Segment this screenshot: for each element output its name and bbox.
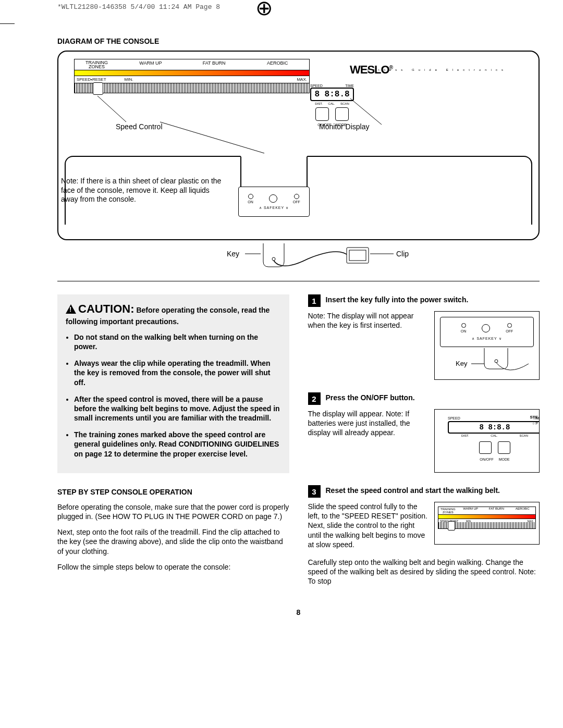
section-title-operation: STEP BY STEP CONSOLE OPERATION <box>57 488 289 496</box>
step-number: 1 <box>308 294 321 307</box>
caution-item: Always wear the clip while operating the… <box>74 359 281 387</box>
intro-para: Follow the simple steps below to operate… <box>57 562 289 572</box>
step-3: 3 Reset the speed control and start the … <box>308 485 540 586</box>
caution-box: CAUTION: Before operating the console, r… <box>57 294 289 473</box>
console-diagram: TRAINING ZONES WARM UP FAT BURN AEROBIC … <box>57 51 540 240</box>
safekey-switch: ON OFF ∧ SAFEKEY ∨ <box>238 187 310 217</box>
step-number: 2 <box>308 392 321 405</box>
callout-key: Key <box>227 250 239 258</box>
figure-step2: SPEEDTIME 8 8:8.8 DIST.CAL.SCAN <box>434 409 540 473</box>
step-body: Note: The display will not appear when t… <box>308 311 429 380</box>
section-title-diagram: DIAGRAM OF THE CONSOLE <box>57 37 540 45</box>
callout-clip: Clip <box>396 250 409 258</box>
intro-para: Next, step onto the foot rails of the tr… <box>57 527 289 556</box>
step-number: 3 <box>308 485 321 498</box>
print-slug: *WLTL21280-146358 5/4/00 11:24 AM Page 8 <box>57 0 540 27</box>
mode-button <box>335 107 349 121</box>
caution-item: The training zones marked above the spee… <box>74 430 281 459</box>
zone-fatburn: FAT BURN <box>182 59 246 70</box>
step-2: 2 Press the ON/OFF button. The display w… <box>308 392 540 473</box>
lcd: 8 8:8.8 <box>310 88 354 101</box>
step3-body2: Carefully step onto the walking belt and… <box>308 558 540 586</box>
console-note: Note: If there is a thin sheet of clear … <box>61 177 223 204</box>
caution-heading: CAUTION: <box>78 302 134 315</box>
figure-step1: ON OFF ∧ SAFEKEY ∨ Key <box>434 311 540 380</box>
intro-para: Before operating the console, make sure … <box>57 502 289 521</box>
step-body: The display will appear. Note: If batter… <box>308 409 429 473</box>
step-title: Insert the key fully into the power swit… <box>326 294 469 304</box>
brand-tagline: Fitness Guide Electronics <box>368 68 507 71</box>
svg-point-8 <box>495 360 498 363</box>
zones-label: TRAINING ZONES <box>75 59 119 70</box>
callout-speed-control: Speed Control <box>116 122 163 131</box>
step-title: Press the ON/OFF button. <box>326 392 415 402</box>
lcd-block: SPEED TIME 8 8:8.8 DIST. CAL. SCAN ON/OF… <box>301 84 363 127</box>
page-number: 8 <box>57 608 540 616</box>
speed-reset-label: SPEED•RESET <box>77 77 118 82</box>
onoff-button <box>315 107 329 121</box>
speed-slider <box>74 83 310 93</box>
caution-item: After the speed control is moved, there … <box>74 394 281 423</box>
step-body: Slide the speed control fully to the lef… <box>308 502 429 549</box>
callout-monitor-display: Monitor Display <box>319 122 369 131</box>
caution-item: Do not stand on the walking belt when tu… <box>74 332 281 351</box>
min-label: MIN. <box>118 77 139 82</box>
warning-icon <box>66 304 76 314</box>
figure-step3: TRAINING ZONES WARM UP FAT BURN AEROBIC … <box>434 502 540 545</box>
zone-aerobic: AEROBIC <box>246 59 309 70</box>
registration-mark: ⊕ <box>255 0 273 16</box>
step-1: 1 Insert the key fully into the power sw… <box>308 294 540 380</box>
svg-line-2 <box>160 122 264 153</box>
svg-rect-6 <box>349 250 366 261</box>
zone-warmup: WARM UP <box>119 59 182 70</box>
step-title: Reset the speed control and start the wa… <box>326 485 500 495</box>
svg-line-0 <box>97 96 126 122</box>
max-label: MAX. <box>139 77 307 82</box>
svg-point-4 <box>272 257 275 261</box>
